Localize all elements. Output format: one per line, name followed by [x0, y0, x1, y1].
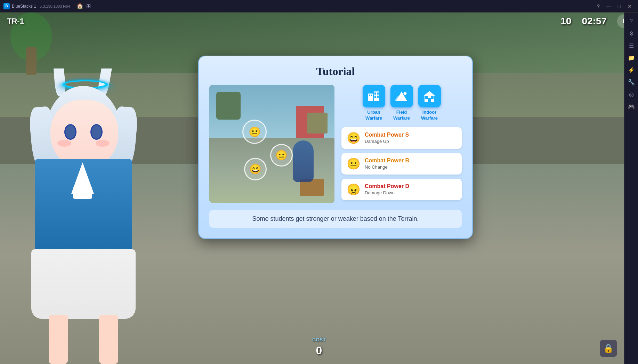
urban-warfare-label: UrbanWarfare — [365, 110, 382, 121]
indoor-warfare-svg — [423, 90, 436, 103]
lock-icon: 🔒 — [600, 340, 617, 357]
titlebar-home-icon[interactable]: 🏠 — [76, 3, 83, 9]
combat-d-emoji: 😠 — [347, 183, 361, 196]
app-version: 5.3.130.1003 N64 — [40, 4, 70, 8]
svg-rect-3 — [371, 95, 372, 96]
char-torso — [35, 159, 132, 263]
enemy-circle-2: 😐 — [270, 144, 293, 167]
svg-rect-7 — [377, 96, 379, 98]
terrain-row: UrbanWarfare FieldWarfare — [341, 85, 462, 121]
char-blush-right — [96, 140, 110, 147]
app-title: BlueStacks 1 — [12, 4, 36, 9]
toolbar-settings-icon[interactable]: ⚙ — [626, 28, 637, 39]
toolbar-help-icon[interactable]: ? — [626, 16, 637, 26]
indoor-warfare-icon-box — [418, 85, 441, 107]
cost-value: 0 — [316, 344, 322, 357]
char-leg-right — [99, 315, 118, 364]
svg-rect-2 — [369, 95, 370, 96]
char-eye-left — [64, 124, 76, 140]
char-bow — [73, 187, 92, 199]
enemy-circle-1: 😐 — [242, 120, 267, 144]
field-warfare-svg — [395, 90, 408, 103]
character — [0, 68, 195, 364]
close-button[interactable]: ✕ — [625, 1, 635, 11]
field-warfare-label: FieldWarfare — [393, 110, 410, 121]
terrain-field[interactable]: FieldWarfare — [390, 85, 413, 121]
minimize-button[interactable]: — — [604, 1, 614, 11]
tutorial-modal: Tutorial 😐 😐 😄 — [198, 56, 473, 239]
terrain-urban[interactable]: UrbanWarfare — [363, 85, 385, 121]
combat-d-text: Combat Power D Damage Down — [365, 183, 457, 195]
svg-rect-15 — [431, 96, 434, 99]
combat-d-subtitle: Damage Down — [365, 190, 457, 195]
char-eye-right — [90, 124, 103, 140]
combat-b-emoji: 😐 — [347, 157, 361, 170]
toolbar-controller-icon[interactable]: 🎮 — [626, 101, 637, 112]
hud-timer: 02:57 — [582, 16, 607, 27]
svg-marker-11 — [424, 91, 435, 96]
tutorial-content: 😐 😐 😄 — [209, 85, 462, 203]
game-hud: TR-1 10 02:57 ⏸ — [0, 13, 638, 30]
char-skirt — [31, 249, 136, 319]
urban-warfare-svg — [368, 90, 380, 103]
toolbar-performance-icon[interactable]: ⚡ — [626, 65, 637, 75]
img-player-char — [293, 140, 314, 182]
app-logo: B BlueStacks 1 5.3.130.1003 N64 — [3, 3, 70, 9]
indoor-warfare-label: IndoorWarfare — [421, 110, 438, 121]
tutorial-desc-text: Some students get stronger or weaker bas… — [252, 215, 419, 222]
help-button[interactable]: ? — [593, 1, 603, 11]
character-body — [17, 79, 177, 364]
combat-b-title: Combat Power B — [365, 157, 457, 164]
titlebar-multi-icon[interactable]: ⊞ — [86, 3, 91, 9]
combat-s-title: Combat Power S — [365, 132, 457, 138]
combat-b-text: Combat Power B No Change — [365, 157, 457, 170]
app-icon: B — [3, 3, 10, 9]
char-blush-left — [57, 140, 71, 147]
tutorial-description: Some students get stronger or weaker bas… — [209, 210, 462, 228]
svg-rect-4 — [374, 92, 376, 95]
combat-row-s: 😄 Combat Power S Damage Up — [341, 127, 462, 149]
combat-b-subtitle: No Change — [365, 164, 457, 170]
hud-score: 10 — [560, 16, 571, 27]
right-toolbar: ? ⚙ ☰ 📁 ⚡ 🔧 ◎ 🎮 — [624, 13, 638, 364]
combat-row-b: 😐 Combat Power B No Change — [341, 153, 462, 175]
img-box-gray — [307, 113, 328, 134]
urban-warfare-icon-box — [363, 85, 385, 107]
toolbar-camera-icon[interactable]: ◎ — [626, 89, 637, 99]
titlebar: B BlueStacks 1 5.3.130.1003 N64 🏠 ⊞ ? — … — [0, 0, 638, 13]
tutorial-right-panel: UrbanWarfare FieldWarfare — [341, 85, 462, 203]
maximize-button[interactable]: □ — [614, 1, 624, 11]
toolbar-folder-icon[interactable]: 📁 — [626, 52, 637, 63]
terrain-indoor[interactable]: IndoorWarfare — [418, 85, 441, 121]
toolbar-menu-icon[interactable]: ☰ — [626, 40, 637, 51]
combat-row-d: 😠 Combat Power D Damage Down — [341, 179, 462, 200]
img-building-1 — [216, 92, 241, 120]
svg-rect-13 — [428, 98, 431, 102]
combat-s-emoji: 😄 — [347, 131, 361, 145]
tutorial-title: Tutorial — [209, 65, 462, 78]
tutorial-game-image: 😐 😐 😄 — [209, 85, 334, 203]
bottom-hud: COST 0 — [312, 337, 326, 357]
toolbar-wrench-icon[interactable]: 🔧 — [626, 77, 637, 87]
svg-rect-5 — [377, 92, 379, 95]
svg-rect-6 — [374, 96, 376, 98]
combat-s-subtitle: Damage Up — [365, 139, 457, 144]
svg-rect-14 — [425, 96, 428, 99]
hud-center: 10 02:57 ⏸ — [560, 14, 631, 28]
cost-label: COST — [312, 337, 326, 342]
enemy-circle-3: 😄 — [244, 158, 267, 180]
hud-level: TR-1 — [7, 17, 24, 26]
field-warfare-icon-box — [390, 85, 413, 107]
combat-s-text: Combat Power S Damage Up — [365, 132, 457, 144]
char-leg-left — [49, 315, 68, 364]
window-controls: ? — □ ✕ — [593, 1, 635, 11]
combat-d-title: Combat Power D — [365, 183, 457, 189]
